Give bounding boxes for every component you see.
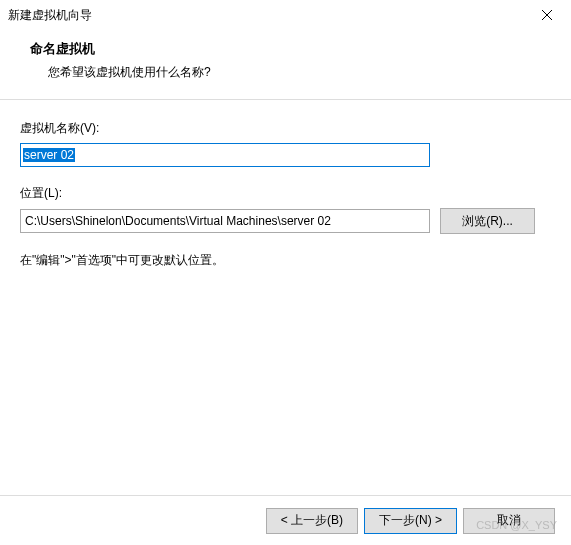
window-title: 新建虚拟机向导: [8, 7, 92, 24]
location-label: 位置(L):: [20, 185, 551, 202]
location-input[interactable]: [20, 209, 430, 233]
close-button[interactable]: [527, 2, 567, 28]
vm-name-group: 虚拟机名称(V): server 02: [20, 120, 551, 167]
cancel-button[interactable]: 取消: [463, 508, 555, 534]
wizard-content: 虚拟机名称(V): server 02 位置(L): 浏览(R)... 在"编辑…: [0, 100, 571, 269]
wizard-footer: < 上一步(B) 下一步(N) > 取消: [0, 495, 571, 545]
vm-name-input[interactable]: server 02: [20, 143, 430, 167]
window-titlebar: 新建虚拟机向导: [0, 0, 571, 30]
next-button[interactable]: 下一步(N) >: [364, 508, 457, 534]
wizard-header: 命名虚拟机 您希望该虚拟机使用什么名称?: [0, 30, 571, 100]
vm-name-label: 虚拟机名称(V):: [20, 120, 551, 137]
vm-name-value: server 02: [23, 148, 75, 162]
page-title: 命名虚拟机: [30, 40, 547, 58]
page-subtitle: 您希望该虚拟机使用什么名称?: [48, 64, 547, 81]
location-group: 位置(L): 浏览(R)...: [20, 185, 551, 234]
close-icon: [542, 10, 552, 20]
browse-button[interactable]: 浏览(R)...: [440, 208, 535, 234]
hint-text: 在"编辑">"首选项"中可更改默认位置。: [20, 252, 551, 269]
back-button[interactable]: < 上一步(B): [266, 508, 358, 534]
